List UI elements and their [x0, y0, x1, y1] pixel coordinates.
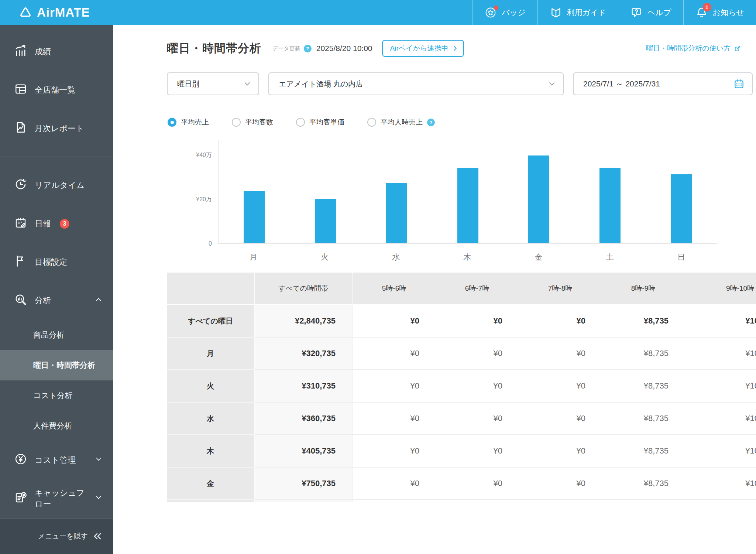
sidebar-item-product-analysis[interactable]: 商品分析: [0, 320, 113, 350]
table-header-row: すべての時間帯5時-6時6時-7時7時-8時8時-9時9時-10時: [167, 273, 756, 305]
table-value-cell: ¥0: [436, 435, 519, 468]
page-title: 曜日・時間帯分析: [167, 41, 261, 56]
sidebar-item-all-stores[interactable]: 全店舗一覧: [0, 71, 113, 109]
weekday-sales-bar-chart: 0¥20万¥40万月火水木金土日: [167, 140, 718, 262]
table-header-cell: 6時-7時: [436, 273, 519, 305]
sidebar-item-label: 曜日・時間帯分析: [33, 360, 95, 370]
table-value-cell: ¥360,735: [255, 403, 353, 435]
airpay-button-label: Airペイから連携中: [390, 44, 449, 53]
sidebar-item-performance[interactable]: 成績: [0, 33, 113, 71]
bell-icon: 1: [695, 6, 708, 19]
daily-report-icon: [14, 216, 27, 232]
chart-bar: [457, 168, 478, 243]
table-value-cell: ¥0: [353, 468, 436, 500]
nav-item-guide[interactable]: 利用ガイド: [537, 0, 618, 25]
date-range-value: 2025/7/1 ～ 2025/7/31: [583, 79, 660, 89]
table-value-cell: ¥320,735: [255, 338, 353, 370]
nav-item-badges[interactable]: バッジ: [472, 0, 537, 25]
table-row-label: 土: [167, 500, 255, 502]
table-value-cell: ¥0: [353, 338, 436, 370]
sidebar-item-daily-report[interactable]: 日報3: [0, 205, 113, 243]
table-value-cell: ¥102,735: [685, 403, 756, 435]
data-update-time: 2025/8/20 10:00: [316, 44, 372, 53]
nav-item-label: お知らせ: [713, 7, 744, 18]
table-row-label: 金: [167, 468, 255, 500]
sidebar-item-cost-analysis[interactable]: コスト分析: [0, 380, 113, 411]
sales-table-wrap: すべての時間帯5時-6時6時-7時7時-8時8時-9時9時-10時すべての曜日¥…: [167, 273, 756, 502]
mode-select-value: 曜日別: [177, 79, 199, 89]
nav-item-help[interactable]: ヘルプ: [618, 0, 683, 25]
nav-item-label: 利用ガイド: [567, 7, 606, 18]
table-value-cell: [519, 500, 602, 502]
top-nav: バッジ利用ガイドヘルプ1お知らせ: [472, 0, 756, 25]
table-header-cell: 8時-9時: [602, 273, 685, 305]
date-range-picker[interactable]: 2025/7/1 ～ 2025/7/31: [573, 72, 753, 95]
table-value-cell: [353, 500, 436, 502]
chart-bar: [671, 174, 692, 243]
calendar-icon: [733, 78, 745, 89]
table-value-cell: ¥102,735: [685, 435, 756, 468]
table-value-cell: ¥0: [519, 468, 602, 500]
help-icon: [630, 6, 643, 19]
analysis-search-icon: [14, 293, 27, 308]
metric-radio-label: 平均売上: [181, 117, 209, 127]
sidebar-item-analysis[interactable]: 分析: [0, 281, 113, 320]
sidebar-item-realtime[interactable]: リアルタイム: [0, 166, 113, 205]
metric-radio-avg-customers[interactable]: 平均客数: [232, 117, 273, 127]
table-value-cell: ¥8,735: [602, 305, 685, 338]
table-value-cell: ¥0: [436, 338, 519, 370]
sidebar-item-cost-management[interactable]: コスト管理: [0, 441, 113, 479]
table-value-cell: [436, 500, 519, 502]
sidebar-item-goal-setting[interactable]: 目標設定: [0, 243, 113, 281]
table-row-label: 木: [167, 435, 255, 468]
store-select[interactable]: エアメイト酒場 丸の内店: [268, 72, 564, 95]
table-row-label: 月: [167, 338, 255, 370]
metric-radio-avg-sales-per-labor-hour[interactable]: 平均人時売上?: [367, 117, 435, 127]
sidebar-item-monthly-report[interactable]: 月次レポート: [0, 109, 113, 148]
table-row: 木¥405,735¥0¥0¥0¥8,735¥102,735: [167, 435, 756, 468]
metric-help-icon[interactable]: ?: [427, 119, 435, 126]
table-value-cell: ¥8,735: [602, 370, 685, 403]
data-update-help-icon[interactable]: ?: [304, 45, 312, 52]
realtime-clock-icon: [14, 178, 27, 193]
sidebar-divider: [0, 157, 113, 157]
table-value-cell: ¥750,735: [255, 468, 353, 500]
table-value-cell: ¥0: [353, 403, 436, 435]
chevron-down-icon: [94, 455, 103, 465]
table-value-cell: ¥102,735: [685, 468, 756, 500]
sidebar-item-cashflow[interactable]: キャッシュフロー: [0, 479, 113, 518]
table-value-cell: ¥8,735: [602, 338, 685, 370]
usage-guide-link[interactable]: 曜日・時間帯分析の使い方: [646, 44, 741, 53]
table-row: 金¥750,735¥0¥0¥0¥8,735¥102,735: [167, 468, 756, 500]
data-update-label: データ更新: [272, 45, 300, 52]
table-value-cell: ¥0: [519, 403, 602, 435]
sidebar-nav: 成績全店舗一覧月次レポートリアルタイム日報3目標設定分析商品分析曜日・時間帯分析…: [0, 25, 113, 518]
chart-plot-area: [218, 140, 717, 244]
sidebar-item-weekday-time-analysis[interactable]: 曜日・時間帯分析: [0, 350, 113, 380]
table-row-label: すべての曜日: [167, 305, 255, 338]
hide-menu-button[interactable]: メニューを隠す: [0, 518, 113, 554]
chevron-right-icon: [451, 45, 458, 52]
metric-radio-label: 平均客数: [245, 117, 273, 127]
radio-unselected-icon: [232, 118, 241, 127]
nav-item-label: バッジ: [502, 7, 525, 18]
nav-item-notifications[interactable]: 1お知らせ: [683, 0, 756, 25]
airmate-logo[interactable]: AirMATE: [19, 6, 90, 20]
metric-radio-avg-sales[interactable]: 平均売上: [168, 117, 209, 127]
sidebar-item-label: コスト分析: [33, 390, 72, 401]
table-value-cell: ¥2,840,735: [255, 305, 353, 338]
goal-flag-icon: [14, 254, 27, 270]
table-row: 土: [167, 500, 756, 502]
chart-y-tick-label: 0: [167, 240, 212, 248]
chart-x-tick-label: 水: [360, 252, 432, 262]
metric-radio-avg-spend-per-customer[interactable]: 平均客単価: [296, 117, 344, 127]
mode-select[interactable]: 曜日別: [167, 72, 259, 95]
radio-unselected-icon: [296, 118, 305, 127]
chart-x-tick-label: 土: [574, 252, 646, 262]
sidebar-item-label: 成績: [35, 46, 51, 57]
cost-yen-icon: [14, 452, 27, 468]
chart-x-tick-label: 火: [289, 252, 360, 262]
table-value-cell: [255, 500, 353, 502]
airpay-link-status-button[interactable]: Airペイから連携中: [382, 40, 464, 57]
sidebar-item-labor-cost-analysis[interactable]: 人件費分析: [0, 411, 113, 441]
